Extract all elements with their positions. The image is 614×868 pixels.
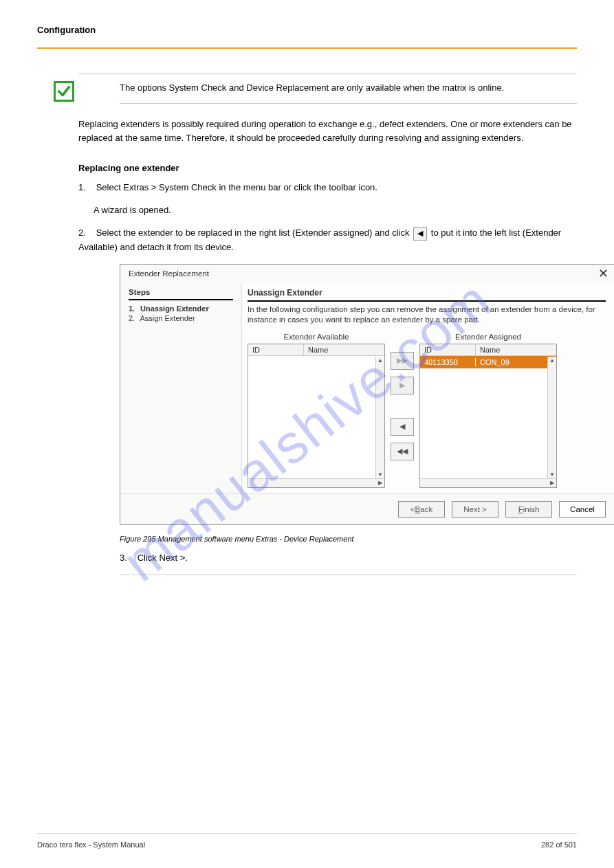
col-header-name[interactable]: Name xyxy=(304,344,384,355)
step-1: 1. Select Extras > System Check in the m… xyxy=(78,181,577,194)
scroll-up-icon[interactable]: ▲ xyxy=(548,357,556,365)
move-left-inline-icon: ◀ xyxy=(413,227,427,241)
scrollbar-horizontal[interactable] xyxy=(420,478,556,487)
replace-one-heading: Replacing one extender xyxy=(78,162,577,175)
move-buttons: ▶▶ ▶ ◀ ◀◀ xyxy=(391,352,414,460)
step-3-text: Click Next >. xyxy=(138,553,188,563)
dialog-description: In the following configuration step you … xyxy=(248,304,606,326)
post-step-rule xyxy=(120,575,577,575)
move-right-button[interactable]: ▶ xyxy=(391,377,414,394)
dialog-footer: < Back Next > Finish Cancel xyxy=(120,493,614,524)
extender-available-title: Extender Available xyxy=(248,333,385,341)
steps-item-unassign[interactable]: 1. Unassign Extender xyxy=(129,304,233,313)
row-name: CON_09 xyxy=(476,358,556,366)
dialog-title: Extender Replacement xyxy=(129,269,209,278)
extender-available-list[interactable]: ID Name ▲ ▼ ▶ xyxy=(248,344,385,488)
extender-assigned-list[interactable]: ID Name 40113350 CON_09 ▲ ▼ ▶ xyxy=(419,344,557,488)
col-header-id[interactable]: ID xyxy=(420,344,476,355)
next-button[interactable]: Next > xyxy=(452,501,498,518)
page-footer: Draco tera flex - System Manual 282 of 5… xyxy=(37,833,577,849)
step-2-text-pre: Select the extender to be replaced in th… xyxy=(96,227,410,238)
dialog-titlebar: Extender Replacement ✕ xyxy=(120,265,614,282)
back-button[interactable]: < Back xyxy=(398,501,445,518)
dialog-right-heading: Unassign Extender xyxy=(248,288,606,302)
steps-item-assign[interactable]: 2. Assign Extender xyxy=(129,314,233,322)
scroll-right-icon[interactable]: ▶ xyxy=(548,479,556,487)
extender-assigned-column: Extender Assigned ID Name 40113350 CON_0… xyxy=(419,333,557,488)
note-text: The options System Check and Device Repl… xyxy=(120,81,577,104)
move-left-button[interactable]: ◀ xyxy=(391,418,414,436)
steps-item-1-num: 1. xyxy=(129,304,138,313)
step-3: 3. Click Next >. xyxy=(120,551,577,565)
step-2-num: 2. xyxy=(78,226,94,240)
step-3-num: 3. xyxy=(120,551,135,565)
footer-left: Draco tera flex - System Manual xyxy=(37,841,145,849)
steps-item-2-label: Assign Extender xyxy=(140,314,195,322)
dialog-main-panel: Unassign Extender In the following confi… xyxy=(241,282,614,493)
close-icon[interactable]: ✕ xyxy=(598,267,608,280)
step-1-num: 1. xyxy=(78,181,94,194)
header-rule xyxy=(37,47,577,49)
scrollbar-vertical[interactable] xyxy=(375,357,384,487)
scroll-up-icon[interactable]: ▲ xyxy=(376,357,384,365)
extender-available-column: Extender Available ID Name ▲ ▼ ▶ xyxy=(248,333,385,488)
footer-right: 282 of 501 xyxy=(541,841,577,849)
scrollbar-horizontal[interactable] xyxy=(248,478,384,487)
step-2: 2. Select the extender to be replaced in… xyxy=(78,226,577,254)
dialog-extender-replacement: Extender Replacement ✕ Steps 1. Unassign… xyxy=(120,264,614,525)
check-icon xyxy=(54,81,74,102)
move-all-right-button[interactable]: ▶▶ xyxy=(391,352,414,370)
row-id: 40113350 xyxy=(420,358,476,366)
scrollbar-vertical[interactable] xyxy=(547,357,556,487)
col-header-id[interactable]: ID xyxy=(248,344,304,355)
intro-paragraph: Replacing extenders is possibly required… xyxy=(78,118,577,145)
figure-caption: Figure 295 Management software menu Extr… xyxy=(120,535,577,543)
dialog-steps-panel: Steps 1. Unassign Extender 2. Assign Ext… xyxy=(120,282,241,493)
move-all-left-button[interactable]: ◀◀ xyxy=(391,443,414,460)
steps-heading: Steps xyxy=(129,288,233,300)
step-1-sub: A wizard is opened. xyxy=(94,203,577,217)
steps-item-2-num: 2. xyxy=(129,314,138,322)
step-1-text: Select Extras > System Check in the menu… xyxy=(96,182,377,192)
cancel-button[interactable]: Cancel xyxy=(559,501,606,518)
page-header-title: Configuration xyxy=(37,25,577,35)
table-row[interactable]: 40113350 CON_09 xyxy=(420,356,556,368)
steps-item-1-label: Unassign Extender xyxy=(140,304,209,313)
col-header-name[interactable]: Name xyxy=(476,344,556,355)
finish-button[interactable]: Finish xyxy=(505,501,552,518)
footer-rule xyxy=(37,833,577,834)
scroll-right-icon[interactable]: ▶ xyxy=(376,479,384,487)
extender-assigned-title: Extender Assigned xyxy=(419,333,557,341)
